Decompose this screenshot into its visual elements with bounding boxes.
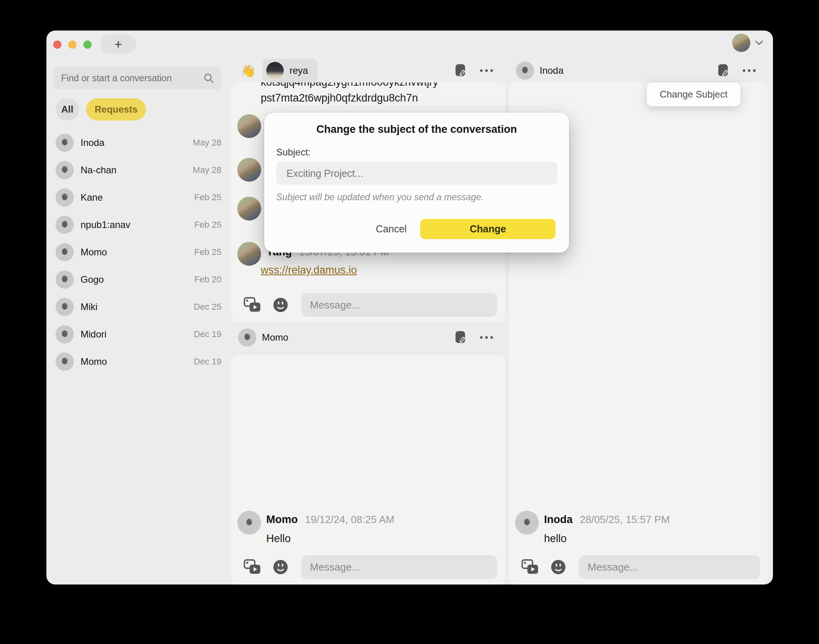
contact-avatar [56,325,74,343]
conversation-list-item[interactable]: Na-chanMay 28 [46,156,228,184]
message-input[interactable] [301,555,497,579]
ellipsis-icon [480,336,493,339]
chevron-down-icon [755,40,763,46]
emoji-icon [273,297,288,313]
conversation-date: May 28 [193,165,221,175]
user-avatar [732,34,750,52]
media-icon [243,559,261,575]
message-input[interactable] [301,293,497,317]
cancel-button[interactable]: Cancel [358,219,425,239]
message-text: hello [544,533,567,545]
media-icon [243,297,261,313]
change-button[interactable]: Change [420,219,556,239]
contact-avatar [56,270,74,289]
attach-media-button[interactable] [521,559,539,575]
wave-emoji[interactable]: 👋 [241,64,256,78]
conversation-date: Feb 20 [194,274,222,285]
change-subject-tooltip: Change Subject [647,82,740,106]
dialog-title: Change the subject of the conversation [264,123,569,136]
composer-reya [231,293,505,317]
change-subject-button[interactable] [718,64,729,77]
window-controls [53,40,92,49]
message-timestamp: 19/12/24, 08:25 AM [305,514,394,526]
chat-title-label: reya [289,65,308,76]
emoji-icon [273,559,288,575]
chat-header-momo: Momo [231,326,505,349]
conversation-list: InodaMay 28Na-chanMay 28KaneFeb 25npub1:… [46,129,228,375]
conversation-list-item[interactable]: GogoFeb 20 [46,266,228,293]
conversation-list-item[interactable]: MidoriDec 19 [46,320,228,348]
contact-avatar [56,216,74,234]
subject-helper-text: Subject will be updated when you send a … [276,192,484,203]
app-window: + All Requests InodaMay 28Na-chanMay 28K… [46,31,773,585]
note-edit-icon [455,64,466,77]
close-button[interactable] [53,40,62,49]
conversation-list-item[interactable]: MikiDec 25 [46,293,228,320]
filter-requests-tab[interactable]: Requests [86,98,146,121]
default-avatar-icon [59,164,70,176]
emoji-button[interactable] [273,297,288,313]
more-options-button[interactable] [480,336,493,339]
conversation-list-item[interactable]: KaneFeb 25 [46,184,228,211]
conversation-list-item[interactable]: MomoFeb 25 [46,238,228,266]
contact-name: Miki [81,301,98,312]
member-avatar [237,197,261,220]
chat-title-momo[interactable]: Momo [231,328,288,347]
chat-header-inoda: Inoda [509,59,768,82]
more-options-button[interactable] [742,69,756,72]
contact-avatar [56,353,74,371]
change-subject-button[interactable] [455,331,466,344]
chat-title-label: Inoda [540,65,563,76]
contact-name: Momo [81,356,107,367]
relay-link[interactable]: wss://relay.damus.io [261,264,357,276]
filter-all-tab[interactable]: All [56,98,79,121]
sender-avatar [515,511,539,535]
attach-media-button[interactable] [243,559,261,575]
zoom-button[interactable] [83,40,92,49]
conversation-filters: All Requests [56,98,146,121]
search-field[interactable] [53,67,221,90]
change-subject-button[interactable] [455,64,466,77]
conversation-date: Dec 19 [194,356,221,367]
new-tab-button[interactable]: + [100,34,136,54]
chat-title-reya[interactable]: reya [263,59,317,82]
chat-title-inoda[interactable]: Inoda [509,61,563,80]
note-edit-icon [718,64,729,77]
conversation-list-item[interactable]: npub1:anavFeb 25 [46,211,228,238]
conversation-date: Feb 25 [194,192,222,203]
more-options-button[interactable] [480,69,493,72]
conversation-list-item[interactable]: InodaMay 28 [46,129,228,156]
conversation-list-item[interactable]: MomoDec 19 [46,348,228,375]
default-avatar-icon [59,246,70,258]
attach-media-button[interactable] [243,297,261,313]
sender-avatar [237,511,261,535]
search-icon [203,73,214,84]
message-input[interactable] [579,555,760,579]
inoda-avatar [516,61,534,80]
npub-text: pst7mta2t6wpjh0qfzkdrdgu8ch7n [261,92,418,104]
subject-input[interactable] [276,162,557,185]
ellipsis-icon [480,69,493,72]
message-timestamp: 28/05/25, 15:57 PM [580,514,670,526]
subject-label: Subject: [276,147,311,158]
contact-avatar [56,161,74,179]
emoji-button[interactable] [273,559,288,575]
contact-name: Midori [81,329,106,340]
chat-header-reya: 👋 reya [231,59,505,82]
media-icon [521,559,539,575]
default-avatar-icon [519,65,531,77]
npub-text-clipped: kotsqjq4mpag2lygh1mfo0oykznvwtjry [261,82,438,88]
contact-name: Gogo [81,274,104,285]
search-input[interactable] [61,73,203,84]
default-avatar-icon [59,192,70,203]
emoji-icon [550,559,566,575]
conversation-date: Dec 19 [194,329,221,339]
contact-name: Na-chan [81,165,117,176]
default-avatar-icon [521,517,533,529]
account-menu[interactable] [732,34,763,52]
default-avatar-icon [242,332,253,343]
minimize-button[interactable] [68,40,77,49]
member-avatar [237,158,261,182]
member-avatar [237,114,261,138]
emoji-button[interactable] [550,559,566,575]
